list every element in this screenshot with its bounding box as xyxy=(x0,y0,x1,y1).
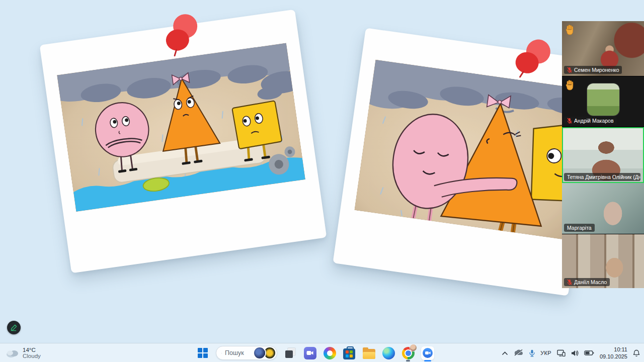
participant-tile-andrii[interactable]: Андрій Макаров xyxy=(562,76,644,127)
cartoon-scene-rain-sad xyxy=(57,43,305,212)
participant-video-strip: Семен Мироненко Андрій Макаров Тетяна Дм… xyxy=(562,21,644,288)
tray-time: 10:11 xyxy=(600,346,627,353)
tray-overflow-chevron[interactable] xyxy=(502,351,508,355)
edge-browser-button[interactable] xyxy=(382,346,395,359)
notifications-bell-icon[interactable] xyxy=(633,349,640,357)
microsoft-store-icon xyxy=(343,348,355,359)
weather-condition: Cloudy xyxy=(23,353,41,359)
participant-name: Андрій Макаров xyxy=(574,118,614,124)
weather-temperature: 14°C xyxy=(23,347,41,353)
edge-icon xyxy=(382,347,395,359)
file-explorer-button[interactable] xyxy=(362,346,375,359)
search-highlight-image-2[interactable] xyxy=(264,347,275,358)
mic-muted-icon xyxy=(567,279,572,285)
microphone-in-use-icon[interactable] xyxy=(529,349,535,357)
shared-screen-content xyxy=(0,0,644,343)
chrome-profile-avatar xyxy=(410,344,417,351)
taskbar-search-box[interactable] xyxy=(216,346,277,360)
active-app-indicator xyxy=(424,360,431,361)
system-tray: УКР 10:11 09.10.2025 xyxy=(502,343,640,362)
copilot-icon xyxy=(324,347,336,359)
search-icon xyxy=(221,350,222,356)
microsoft-store-button[interactable] xyxy=(343,346,356,359)
annotation-pencil-button[interactable] xyxy=(7,321,21,334)
cartoon-scene-1-svg xyxy=(57,43,305,212)
zoom-icon xyxy=(421,346,434,360)
red-pushpin-icon xyxy=(511,36,554,82)
tray-date: 09.10.2025 xyxy=(600,353,627,360)
task-view-icon xyxy=(285,347,296,358)
participant-name: Даніїл Масло xyxy=(574,279,607,285)
raised-hand-icon xyxy=(565,79,575,90)
chrome-browser-button[interactable] xyxy=(401,346,415,359)
teams-icon xyxy=(304,347,316,359)
zoom-app-button[interactable] xyxy=(421,346,434,359)
participant-tile-daniil[interactable]: Даніїл Масло xyxy=(562,234,644,288)
participant-tile-semen[interactable]: Семен Мироненко xyxy=(562,21,644,76)
participant-name-label: Семен Мироненко xyxy=(564,66,622,74)
cartoon-scene-2-svg xyxy=(354,60,583,239)
cloudy-weather-icon xyxy=(5,348,19,358)
battery-charging-icon[interactable] xyxy=(584,350,594,356)
pencil-icon xyxy=(10,324,18,331)
start-button[interactable] xyxy=(196,346,209,359)
participant-avatar xyxy=(587,83,619,116)
onedrive-paused-icon[interactable] xyxy=(514,349,524,356)
search-highlight-image-1[interactable] xyxy=(254,347,265,358)
polaroid-photo-left xyxy=(40,10,327,274)
participant-name-label: Андрій Макаров xyxy=(564,117,617,125)
cartoon-scene-hug xyxy=(354,60,583,239)
mic-muted-icon xyxy=(567,118,572,124)
raised-hand-icon xyxy=(565,24,575,35)
participant-name: Семен Мироненко xyxy=(574,67,619,73)
cast-devices-icon[interactable] xyxy=(557,349,566,356)
taskbar-clock[interactable]: 10:11 09.10.2025 xyxy=(600,346,627,360)
participant-name: Маргаріта xyxy=(567,225,592,231)
polaroid-photo-right xyxy=(333,28,601,296)
keyboard-language-indicator[interactable]: УКР xyxy=(540,350,551,356)
taskbar-app-icons xyxy=(196,343,434,362)
weather-widget[interactable]: 14°C Cloudy xyxy=(5,343,41,362)
volume-icon[interactable] xyxy=(571,350,579,356)
task-view-button[interactable] xyxy=(284,346,297,359)
copilot-app-button[interactable] xyxy=(323,346,336,359)
mic-muted-icon xyxy=(567,67,572,73)
participant-name: Тетяна Дмитрівна Олійник (Дніп xyxy=(567,174,640,180)
search-input[interactable] xyxy=(225,349,251,356)
participant-name-label: Маргаріта xyxy=(564,224,595,232)
participant-name-label: Тетяна Дмитрівна Олійник (Дніп xyxy=(564,173,640,181)
windows-logo-icon xyxy=(198,348,208,358)
running-app-indicator xyxy=(406,360,410,361)
participant-tile-tetiana-active-speaker[interactable]: Тетяна Дмитрівна Олійник (Дніп xyxy=(562,127,644,183)
windows-taskbar: 14°C Cloudy xyxy=(0,343,644,362)
teams-app-button[interactable] xyxy=(303,346,316,359)
participant-tile-marharita[interactable]: Маргаріта xyxy=(562,183,644,234)
participant-name-label: Даніїл Масло xyxy=(564,278,610,286)
red-pushpin-icon xyxy=(160,12,203,58)
file-explorer-icon xyxy=(363,349,375,359)
